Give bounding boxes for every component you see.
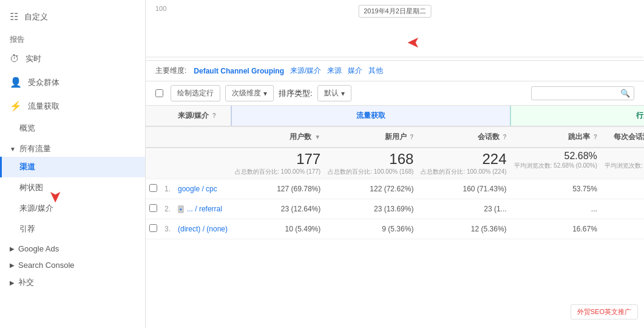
row1-users: 127 (69.78%) [231,179,324,199]
chevron-down-icon: ▾ [263,89,267,98]
row2-num: 2. [161,199,174,219]
caret-right-icon3: ▶ [10,279,15,286]
table-row: 3. (direct) / (none) 10 (5.49%) 9 (5.36%… [146,219,644,239]
sidebar-sub-treemap[interactable]: 树状图 [0,177,145,198]
sidebar: ☷ 自定义 报告 ⏱ 实时 👤 受众群体 ⚡ 流量获取 概览 ▼ 所有流量 渠道… [0,0,146,328]
row1-check[interactable] [146,179,161,199]
data-table: 来源/媒介 ? 流量获取 行为 用户数 ▼ [146,106,644,328]
sidebar-sub-sourcemedium[interactable]: 来源/媒介 [0,198,145,219]
sidebar-item-realtime[interactable]: ⏱ 实时 [0,47,145,70]
row3-num: 3. [161,219,174,239]
th2-checkbox [146,126,161,148]
sidebar-section-reports: 报告 [0,29,145,47]
th2-users[interactable]: 用户数 ▼ [231,126,324,148]
row1-newusers: 122 (72.62%) [324,179,417,199]
th-checkbox [146,106,161,126]
row2-sessions: 23 (1... [417,199,510,219]
sidebar-sub-referral[interactable]: 引荐 [0,219,145,239]
totals-num [161,148,174,179]
totals-newusers: 168 占总数的百分比: 100.00% (168) [324,148,417,179]
select-all-checkbox[interactable] [155,89,163,97]
th-acquisition-group: 流量获取 [231,106,510,126]
totals-check [146,148,161,179]
watermark: 外贸SEO英文推广 [571,304,638,319]
th2-newusers[interactable]: 新用户 ? [324,126,417,148]
sessions-tip: ? [503,134,506,140]
filter-icon: ⚡ [10,100,22,112]
row1-num: 1. [161,179,174,199]
sidebar-group-alltraffic[interactable]: ▼ 所有流量 [0,138,145,157]
caret-down-icon: ▼ [10,146,16,152]
row3-sessions: 12 (5.36%) [417,219,510,239]
row3-source[interactable]: (direct) / (none) [174,219,231,239]
row3-users: 10 (5.49%) [231,219,324,239]
sidebar-item-audience[interactable]: 👤 受众群体 [0,70,145,94]
row3-pps: 5.50 [601,219,644,239]
th2-num [161,126,174,148]
caret-right-icon: ▶ [10,245,15,252]
dimension-label: 主要维度: [155,66,186,76]
chart-y-label: 100 [155,5,166,12]
draw-rows-button[interactable]: 绘制选定行 [171,85,220,101]
bounce-tip: ? [594,134,597,140]
date-label: 2019年4月2日星期二 [358,5,432,18]
toolbar: 绘制选定行 次级维度 ▾ 排序类型: 默认 ▾ 🔍 [146,81,644,106]
sort-default-button[interactable]: 默认 ▾ [317,85,351,101]
caret-right-icon2: ▶ [10,262,15,268]
row1-pps: 3.76 [601,179,644,199]
grid-icon: ☷ [10,11,18,22]
totals-sessions: 224 占总数的百分比: 100.00% (224) [417,148,510,179]
row1-source[interactable]: google / cpc [174,179,231,199]
newusers-tip: ? [410,134,413,140]
th2-bouncerate[interactable]: 跳出率 ? [510,126,601,148]
chart-area: 100 2019年4月2日星期二 ➤ [146,0,644,61]
tip-icon: ? [212,112,216,119]
totals-row: 177 占总数的百分比: 100.00% (177) 168 占总数的百分比: … [146,148,644,179]
row2-users: 23 (12.64%) [231,199,324,219]
search-input[interactable] [535,89,620,98]
row1-bounce: 53.75% [510,179,601,199]
row3-newusers: 9 (5.36%) [324,219,417,239]
dimension-sourcemedium[interactable]: 来源/媒介 [290,66,321,76]
sort-type-label: 排序类型: [279,88,313,99]
dimension-default-channel[interactable]: Default Channel Grouping [194,67,284,75]
users-sort-icon: ▼ [314,134,320,140]
dimension-bar: 主要维度: Default Channel Grouping 来源/媒介 来源 … [146,61,644,81]
sidebar-group-social[interactable]: ▶ 补交 [0,272,145,290]
dimension-other[interactable]: 其他 [368,66,383,76]
chevron-down-icon2: ▾ [341,89,345,98]
th2-sessions[interactable]: 会话数 ? [417,126,510,148]
search-box: 🔍 [531,86,634,100]
table-row: 2. ▪ ... / referral 23 (12.64%) 23 (13.6… [146,199,644,219]
th-num [161,106,174,126]
row2-check[interactable] [146,199,161,219]
th-source-medium: 来源/媒介 ? [174,106,231,126]
row2-pps: ... [601,199,644,219]
row3-bounce: 16.67% [510,219,601,239]
row2-source[interactable]: ▪ ... / referral [174,199,231,219]
sidebar-group-searchconsole[interactable]: ▶ Search Console [0,256,145,272]
row2-bounce: ... [510,199,601,219]
totals-pps: 3.56 平均浏览次数: 3.56 (0.00%) [601,148,644,179]
th2-pps[interactable]: 每次会话浏览页数 ? [601,126,644,148]
secondary-dim-button[interactable]: 次级维度 ▾ [225,85,274,101]
sidebar-item-acquisition[interactable]: ⚡ 流量获取 [0,94,145,118]
main-content: 100 2019年4月2日星期二 ➤ 主要维度: Default Channel… [146,0,644,328]
sidebar-item-customize[interactable]: ☷ 自定义 [0,5,145,29]
sidebar-sub-channels[interactable]: 渠道 [0,157,145,177]
chart-svg [146,24,644,60]
totals-bounce: 52.68% 平均浏览次数: 52.68% (0.00%) [510,148,601,179]
th2-source [174,126,231,148]
sidebar-group-googleads[interactable]: ▶ Google Ads [0,239,145,256]
dimension-source[interactable]: 来源 [327,66,342,76]
row3-check[interactable] [146,219,161,239]
table-row: 1. google / cpc 127 (69.78%) 122 (72.62%… [146,179,644,199]
row1-sessions: 160 (71.43%) [417,179,510,199]
dimension-medium[interactable]: 媒介 [348,66,362,76]
row2-newusers: 23 (13.69%) [324,199,417,219]
person-icon: 👤 [10,77,22,88]
search-icon[interactable]: 🔍 [620,89,630,98]
row2-icon: ▪ [178,205,184,213]
totals-label [174,148,231,179]
sidebar-sub-overview[interactable]: 概览 [0,118,145,138]
